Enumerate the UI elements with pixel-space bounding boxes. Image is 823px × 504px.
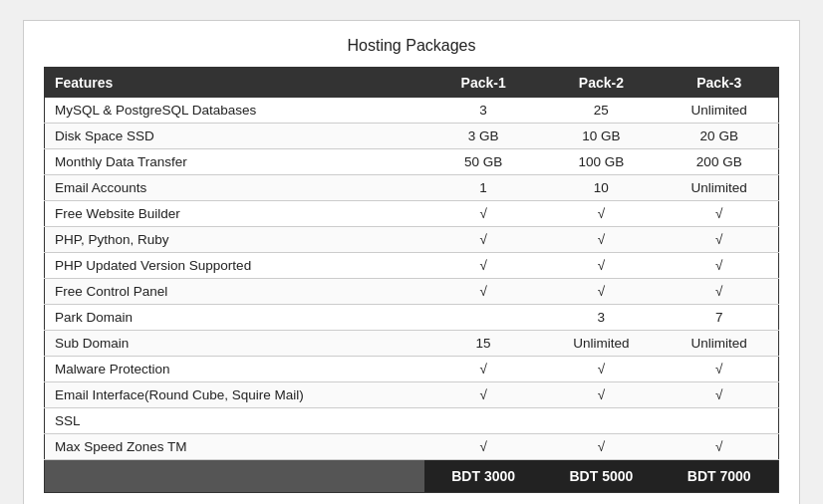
pack3-cell: 200 GB <box>661 149 779 175</box>
pack1-cell <box>424 408 542 434</box>
pack1-cell: √ <box>424 253 542 279</box>
pack1-cell: 3 GB <box>424 124 542 149</box>
pack1-cell: √ <box>424 357 542 382</box>
pack1-cell: 3 <box>424 98 542 124</box>
pack1-cell: √ <box>424 434 542 460</box>
col-features-header: Features <box>45 68 425 99</box>
col-pack2-header: Pack-2 <box>542 68 660 99</box>
footer-pack3-price: BDT 7000 <box>661 460 779 493</box>
col-pack1-header: Pack-1 <box>424 68 542 99</box>
pack1-cell: √ <box>424 279 542 305</box>
pack3-cell: Unlimited <box>661 175 779 201</box>
feature-cell: Monthly Data Transfer <box>45 149 425 175</box>
table-row: PHP, Python, Ruby√√√ <box>45 227 779 253</box>
pack2-cell: √ <box>542 434 660 460</box>
table-row: Free Control Panel√√√ <box>45 279 779 305</box>
feature-cell: Disk Space SSD <box>45 124 425 149</box>
pack2-cell: √ <box>542 253 660 279</box>
pack2-cell: √ <box>542 227 660 253</box>
feature-cell: Email Accounts <box>45 175 425 201</box>
pack3-cell: 20 GB <box>661 124 779 149</box>
footer-empty <box>45 460 425 493</box>
table-row: Park Domain37 <box>45 305 779 331</box>
feature-cell: Email Interface(Round Cube, Squire Mail) <box>45 382 425 408</box>
pack3-cell: Unlimited <box>661 98 779 124</box>
pack3-cell: √ <box>661 357 779 382</box>
table-row: MySQL & PostgreSQL Databases325Unlimited <box>45 98 779 124</box>
table-row: Email Interface(Round Cube, Squire Mail)… <box>45 382 779 408</box>
table-header-row: Features Pack-1 Pack-2 Pack-3 <box>45 68 779 99</box>
pack2-cell <box>542 408 660 434</box>
pack3-cell: √ <box>661 227 779 253</box>
table-row: SSL <box>45 408 779 434</box>
pack3-cell <box>661 408 779 434</box>
footer-pack1-price: BDT 3000 <box>424 460 542 493</box>
pack1-cell: 15 <box>424 331 542 357</box>
feature-cell: Free Website Builder <box>45 201 425 227</box>
pack1-cell: √ <box>424 382 542 408</box>
pack2-cell: 3 <box>542 305 660 331</box>
pack3-cell: 7 <box>661 305 779 331</box>
pack1-cell: √ <box>424 201 542 227</box>
feature-cell: Park Domain <box>45 305 425 331</box>
feature-cell: MySQL & PostgreSQL Databases <box>45 98 425 124</box>
pack2-cell: 25 <box>542 98 660 124</box>
table-row: Free Website Builder√√√ <box>45 201 779 227</box>
pack1-cell: 50 GB <box>424 149 542 175</box>
table-row: Monthly Data Transfer50 GB100 GB200 GB <box>45 149 779 175</box>
main-container: Hosting Packages Features Pack-1 Pack-2 … <box>23 20 800 504</box>
feature-cell: Free Control Panel <box>45 279 425 305</box>
page-title: Hosting Packages <box>44 37 779 55</box>
pack2-cell: √ <box>542 357 660 382</box>
pack2-cell: 100 GB <box>542 149 660 175</box>
pack2-cell: Unlimited <box>542 331 660 357</box>
pack3-cell: √ <box>661 434 779 460</box>
pack3-cell: √ <box>661 201 779 227</box>
pack3-cell: √ <box>661 279 779 305</box>
feature-cell: SSL <box>45 408 425 434</box>
pack3-cell: Unlimited <box>661 331 779 357</box>
pack1-cell: √ <box>424 227 542 253</box>
pack2-cell: 10 <box>542 175 660 201</box>
footer-row: BDT 3000 BDT 5000 BDT 7000 <box>45 460 779 493</box>
pack3-cell: √ <box>661 253 779 279</box>
pack2-cell: √ <box>542 201 660 227</box>
table-row: PHP Updated Version Supported√√√ <box>45 253 779 279</box>
footer-pack2-price: BDT 5000 <box>542 460 660 493</box>
table-row: Disk Space SSD3 GB10 GB20 GB <box>45 124 779 149</box>
pack2-cell: √ <box>542 382 660 408</box>
table-row: Email Accounts110Unlimited <box>45 175 779 201</box>
hosting-table: Features Pack-1 Pack-2 Pack-3 MySQL & Po… <box>44 67 779 493</box>
pack1-cell: 1 <box>424 175 542 201</box>
pack1-cell <box>424 305 542 331</box>
table-row: Sub Domain15UnlimitedUnlimited <box>45 331 779 357</box>
pack2-cell: √ <box>542 279 660 305</box>
table-row: Malware Protection√√√ <box>45 357 779 382</box>
feature-cell: PHP Updated Version Supported <box>45 253 425 279</box>
feature-cell: Malware Protection <box>45 357 425 382</box>
table-row: Max Speed Zones TM√√√ <box>45 434 779 460</box>
col-pack3-header: Pack-3 <box>661 68 779 99</box>
feature-cell: Max Speed Zones TM <box>45 434 425 460</box>
feature-cell: PHP, Python, Ruby <box>45 227 425 253</box>
feature-cell: Sub Domain <box>45 331 425 357</box>
pack3-cell: √ <box>661 382 779 408</box>
pack2-cell: 10 GB <box>542 124 660 149</box>
